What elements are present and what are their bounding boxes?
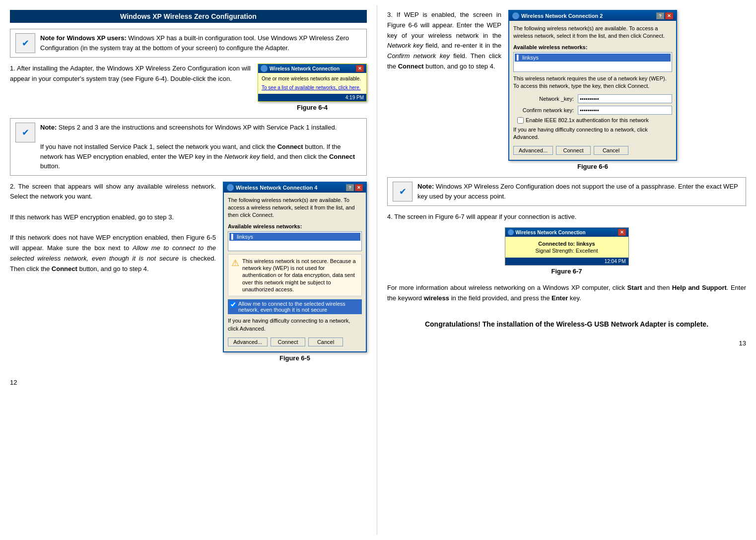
fig6-cancel-btn[interactable]: Cancel — [594, 146, 628, 155]
step-4-block: 4. The screen in Figure 6-7 will appear … — [387, 212, 746, 275]
fig5-icon — [227, 184, 234, 191]
fig4-title: Wireless Network Connection — [261, 65, 340, 72]
step-3-text4: button, and go to step 4. — [424, 63, 495, 70]
page-header: Windows XP Wireless Zero Configuration — [10, 10, 367, 23]
step-3-block: 3. If WEP is enabled, the screen in Figu… — [387, 10, 746, 170]
fig7-body: Connected to: linksys Signal Strength: E… — [505, 237, 628, 258]
checkmark-icon-2: ✔ — [15, 123, 35, 142]
step-2-bold1: Connect — [52, 265, 77, 272]
note-box-2: ✔ Note: Steps 2 and 3 are the instructio… — [10, 118, 367, 176]
fig5-checkbox[interactable] — [230, 301, 236, 308]
fig6-body: The following wireless network(s) are av… — [509, 21, 676, 160]
fig6-connect-btn[interactable]: Connect — [556, 146, 591, 155]
fig7-time: 12:04 PM — [605, 259, 626, 264]
para1-close: key. — [568, 294, 581, 302]
step-2-num: 2. — [10, 183, 15, 190]
fig7-title-text: Wireless Network Connection — [516, 230, 586, 235]
fig4-time: 4:19 PM — [345, 95, 364, 100]
fig6-divider-text: This wireless network requires the use o… — [513, 75, 672, 90]
note-2-connect1: Connect — [277, 143, 303, 150]
para1-enter: Enter — [551, 294, 568, 302]
fig6-advanced-btn[interactable]: Advanced... — [513, 146, 553, 155]
fig6-confirm-label: Confirm network key: — [513, 107, 578, 113]
figure-7-wrap: Wireless Network Connection ✕ Connected … — [387, 227, 746, 275]
figure-7-caption: Figure 6-7 — [387, 268, 746, 275]
fig6-network-item[interactable]: ▌ linksys — [515, 54, 671, 62]
fig6-section-label: Available wireless networks: — [513, 44, 672, 50]
note-2-connect2: Connect — [329, 153, 355, 160]
fig6-confirm-input[interactable] — [578, 106, 672, 115]
step-3-italic2: Confirm network key — [387, 52, 450, 60]
fig5-help-btn[interactable]: ? — [346, 184, 354, 191]
fig5-advanced-btn[interactable]: Advanced... — [228, 338, 268, 346]
fig6-close-btn[interactable]: ✕ — [665, 12, 673, 19]
para1-wireless: wireless — [424, 294, 449, 302]
note-2-text2: If you have not installed Service Pack 1… — [40, 143, 277, 150]
fig6-title-btns: ? ✕ — [656, 12, 673, 19]
fig6-info: The following wireless network(s) are av… — [513, 25, 672, 40]
fig7-close-btn[interactable]: ✕ — [618, 229, 626, 236]
note-box-3: ✔ Note: Windows XP Wireless Zero Configu… — [387, 177, 746, 206]
page-num-right: 13 — [387, 330, 746, 347]
fig7-line2: Signal Strength: Excellent — [509, 248, 624, 254]
fig7-footer: 12:04 PM — [505, 258, 628, 265]
fig6-title-text: Wireless Network Connection 2 — [521, 13, 603, 19]
step-3-text2: field, and re-enter it in the — [423, 42, 501, 49]
note-2-content: Note: Steps 2 and 3 are the instructions… — [40, 123, 361, 171]
step-2-text: 2. The screen that appears will show any… — [10, 182, 216, 274]
fig7-icon — [508, 229, 514, 235]
fig7-titlebar: Wireless Network Connection ✕ — [505, 228, 628, 237]
para1-tail: in the field provided, and press the — [449, 294, 551, 302]
step-2-block: 2. The screen that appears will show any… — [10, 182, 367, 362]
checkmark-icon: ✔ — [15, 33, 35, 53]
fig5-network-name: linksys — [237, 234, 253, 240]
step-3-text: 3. If WEP is enabled, the screen in Figu… — [387, 10, 501, 72]
fig5-network-list[interactable]: ▌ linksys — [228, 231, 362, 251]
fig5-checkbox-label: Allow me to connect to the selected wire… — [238, 301, 360, 313]
left-column: Windows XP Wireless Zero Configuration ✔… — [0, 5, 377, 535]
fig6-buttons: Advanced... Connect Cancel — [513, 144, 672, 156]
fig4-titlebar: Wireless Network Connection ✕ — [258, 64, 366, 73]
step-2-text5: button, and go to step 4. — [77, 265, 149, 272]
fig5-close-btn[interactable]: ✕ — [355, 184, 363, 191]
fig6-network-key-input[interactable] — [578, 94, 672, 103]
fig6-icon — [512, 12, 519, 19]
note-2-text1: Steps 2 and 3 are the instructions and s… — [57, 124, 337, 131]
fig4-close-btn[interactable]: ✕ — [356, 65, 364, 72]
figure-5-caption: Figure 6-5 — [223, 354, 367, 362]
fig6-8021x-label: Enable IEEE 802.1x authentication for th… — [526, 117, 649, 123]
fig5-cancel-btn[interactable]: Cancel — [308, 338, 343, 346]
figure-4-caption: Figure 6-4 — [258, 104, 367, 111]
fig5-checkbox-row[interactable]: Allow me to connect to the selected wire… — [228, 299, 362, 314]
step-3-num: 3. — [387, 11, 393, 18]
fig6-net-icon: ▌ — [517, 55, 520, 60]
fig4-link[interactable]: To see a list of available networks, cli… — [262, 85, 361, 90]
step-1-body: After installing the Adapter, the Window… — [10, 65, 251, 82]
fig6-title-area: Wireless Network Connection 2 — [512, 12, 603, 19]
fig6-8021x-row[interactable]: Enable IEEE 802.1x authentication for th… — [517, 117, 672, 124]
right-column: 3. If WEP is enabled, the screen in Figu… — [377, 5, 756, 535]
fig5-title-area: Wireless Network Connection 4 — [227, 184, 317, 191]
figure-5-dialog: Wireless Network Connection 4 ? ✕ The fo… — [223, 182, 367, 352]
step-3-text1: If WEP is enabled, the screen in Figure … — [387, 11, 501, 39]
fig5-title-text: Wireless Network Connection 4 — [236, 185, 317, 191]
fig4-icon — [261, 65, 268, 72]
fig5-connect-btn[interactable]: Connect — [271, 338, 305, 346]
fig4-footer: 4:19 PM — [258, 94, 366, 101]
fig6-network-list[interactable]: ▌ linksys — [513, 52, 672, 72]
step-1-text: 1. After installing the Adapter, the Win… — [10, 64, 251, 84]
fig5-info: The following wireless network(s) are av… — [228, 197, 362, 219]
fig6-help-btn[interactable]: ? — [656, 12, 664, 19]
fig4-line2: To see a list of available networks, cli… — [262, 84, 363, 91]
fig6-network-name: linksys — [522, 55, 539, 61]
fig5-title-btns: ? ✕ — [346, 184, 363, 191]
info-paragraph: For more information about wireless netw… — [387, 283, 746, 304]
para1-text1: For more information about wireless netw… — [387, 284, 627, 291]
fig4-body: One or more wireless networks are availa… — [258, 73, 366, 94]
note-2-bold: Note: — [40, 124, 57, 131]
fig6-8021x-checkbox[interactable] — [517, 117, 524, 124]
fig6-adv-text: If you are having difficulty connecting … — [513, 126, 672, 141]
fig5-network-item[interactable]: ▌ linksys — [229, 233, 360, 241]
figure-6-caption: Figure 6-6 — [508, 163, 677, 170]
fig4-title-text: Wireless Network Connection — [270, 66, 340, 71]
